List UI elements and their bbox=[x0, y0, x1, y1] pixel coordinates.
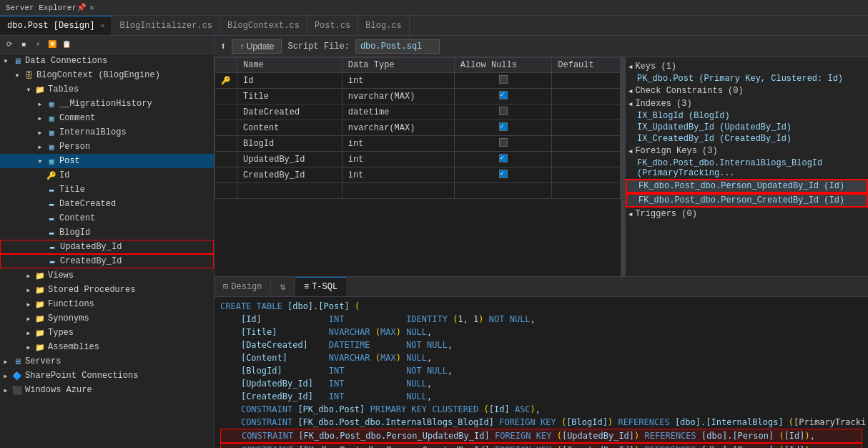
col-name-cell[interactable]: DateCreated bbox=[237, 104, 342, 120]
col-allownulls-cell[interactable] bbox=[454, 89, 552, 104]
col-default-cell[interactable] bbox=[552, 167, 621, 183]
script-file-value[interactable]: dbo.Post.sql bbox=[355, 39, 440, 54]
col-default-cell[interactable] bbox=[552, 73, 621, 89]
tree-col-id[interactable]: 🔑 Id bbox=[0, 168, 214, 182]
tree-table-comment[interactable]: ▶ ▦ Comment bbox=[0, 111, 214, 125]
tree-azure[interactable]: ▶ ⬛ Windows Azure bbox=[0, 383, 214, 397]
prop-indexes-header[interactable]: ◀ Indexes (3) bbox=[626, 97, 868, 110]
col-allownulls-cell[interactable] bbox=[454, 183, 552, 199]
tree-table-person[interactable]: ▶ ▦ Person bbox=[0, 140, 214, 154]
tree-data-connections[interactable]: ▼ 🖥 Data Connections bbox=[0, 54, 214, 68]
col-default-cell[interactable] bbox=[552, 152, 621, 167]
col-name-cell[interactable]: Title bbox=[237, 89, 342, 104]
col-allownulls-cell[interactable] bbox=[454, 73, 552, 89]
tree-col-date-created[interactable]: ▬ DateCreated bbox=[0, 197, 214, 211]
col-allownulls-cell[interactable] bbox=[454, 152, 552, 167]
props-btn[interactable]: 📋 bbox=[60, 38, 73, 51]
prop-index-2[interactable]: IX_CreatedBy_Id (CreatedBy_Id) bbox=[626, 133, 868, 145]
tree-col-title[interactable]: ▬ Title bbox=[0, 182, 214, 197]
tree-table-migration[interactable]: ▶ ▦ __MigrationHistory bbox=[0, 97, 214, 111]
prop-fk-1[interactable]: FK_dbo.Post_dbo.Person_UpdatedBy_Id (Id) bbox=[626, 179, 868, 193]
tab-post-cs[interactable]: Post.cs bbox=[307, 16, 358, 35]
allow-nulls-checkbox[interactable] bbox=[499, 154, 508, 162]
col-default-cell[interactable] bbox=[552, 120, 621, 136]
tree-functions[interactable]: ▶ 📁 Functions bbox=[0, 297, 214, 311]
table-row[interactable]: 🔑Idint bbox=[215, 73, 621, 89]
col-allownulls-cell[interactable] bbox=[454, 136, 552, 152]
prop-fk-header[interactable]: ◀ Foreign Keys (3) bbox=[626, 145, 868, 157]
allow-nulls-checkbox[interactable] bbox=[499, 170, 508, 178]
col-name-cell[interactable]: CreatedBy_Id bbox=[237, 167, 342, 183]
tab-dbo-post-design[interactable]: dbo.Post [Design] ✕ bbox=[0, 16, 112, 35]
tab-blog-initializer[interactable]: BlogInitializer.cs bbox=[112, 16, 220, 35]
prop-index-0[interactable]: IX_BlogId (BlogId) bbox=[626, 110, 868, 122]
table-row[interactable]: DateCreateddatetime bbox=[215, 104, 621, 120]
prop-index-1[interactable]: IX_UpdatedBy_Id (UpdatedBy_Id) bbox=[626, 122, 868, 133]
allow-nulls-checkbox[interactable] bbox=[499, 122, 508, 131]
prop-triggers-header[interactable]: ◀ Triggers (0) bbox=[626, 208, 868, 220]
table-row[interactable]: Contentnvarchar(MAX) bbox=[215, 120, 621, 136]
col-datatype-cell[interactable]: datetime bbox=[342, 104, 454, 120]
tree-table-post[interactable]: ▼ ▦ Post bbox=[0, 154, 214, 168]
col-name-cell[interactable]: UpdatedBy_Id bbox=[237, 152, 342, 167]
prop-check-header[interactable]: ◀ Check Constraints (0) bbox=[626, 84, 868, 97]
tree-assemblies[interactable]: ▶ 📁 Assemblies bbox=[0, 340, 214, 354]
col-name-cell[interactable]: Id bbox=[237, 73, 342, 89]
tree-views[interactable]: ▶ 📁 Views bbox=[0, 268, 214, 283]
col-datatype-cell[interactable]: int bbox=[342, 152, 454, 167]
tree-servers[interactable]: ▶ 🖥 Servers bbox=[0, 354, 214, 369]
col-name-cell[interactable]: Content bbox=[237, 120, 342, 136]
tab-blog-context[interactable]: BlogContext.cs bbox=[220, 16, 307, 35]
prop-key-pk[interactable]: PK_dbo.Post (Primary Key, Clustered: Id) bbox=[626, 73, 868, 84]
tree-blog-context[interactable]: ▼ 🗄 BlogContext (BlogEngine) bbox=[0, 68, 214, 82]
tree-col-created-by-id[interactable]: ▬ CreatedBy_Id bbox=[0, 254, 214, 268]
stop-btn[interactable]: ■ bbox=[17, 38, 30, 51]
col-default-cell[interactable] bbox=[552, 89, 621, 104]
col-datatype-cell[interactable]: nvarchar(MAX) bbox=[342, 120, 454, 136]
col-name-cell[interactable]: BlogId bbox=[237, 136, 342, 152]
table-row[interactable] bbox=[215, 183, 621, 199]
allow-nulls-checkbox[interactable] bbox=[499, 75, 508, 84]
tab-design[interactable]: ⊡ Design bbox=[214, 277, 270, 296]
close-icon[interactable]: ✕ bbox=[89, 3, 94, 12]
col-default-cell[interactable] bbox=[552, 183, 621, 199]
col-datatype-cell[interactable]: int bbox=[342, 136, 454, 152]
tree-stored-procedures[interactable]: ▶ 📁 Stored Procedures bbox=[0, 283, 214, 297]
col-datatype-cell[interactable] bbox=[342, 183, 454, 199]
table-row[interactable]: UpdatedBy_Idint bbox=[215, 152, 621, 167]
tree-synonyms[interactable]: ▶ 📁 Synonyms bbox=[0, 311, 214, 326]
col-allownulls-cell[interactable] bbox=[454, 167, 552, 183]
col-datatype-cell[interactable]: int bbox=[342, 73, 454, 89]
tree-tables[interactable]: ▼ 📁 Tables bbox=[0, 82, 214, 97]
table-row[interactable]: CreatedBy_Idint bbox=[215, 167, 621, 183]
col-datatype-cell[interactable]: nvarchar(MAX) bbox=[342, 89, 454, 104]
tree-types[interactable]: ▶ 📁 Types bbox=[0, 326, 214, 340]
tab-tsql[interactable]: ≡ T-SQL bbox=[295, 277, 346, 296]
tree-col-updated-by-id[interactable]: ▬ UpdatedBy_Id bbox=[0, 240, 214, 254]
refresh-btn[interactable]: ⟳ bbox=[3, 38, 16, 51]
connect-btn[interactable]: ⚡ bbox=[31, 38, 44, 51]
tab-close-icon[interactable]: ✕ bbox=[100, 21, 104, 30]
prop-fk-2[interactable]: FK_dbo.Post_dbo.Person_CreatedBy_Id (Id) bbox=[626, 193, 868, 208]
filter-btn[interactable]: 🔽 bbox=[46, 38, 59, 51]
table-row[interactable]: Titlenvarchar(MAX) bbox=[215, 89, 621, 104]
allow-nulls-checkbox[interactable] bbox=[499, 91, 508, 99]
col-default-cell[interactable] bbox=[552, 104, 621, 120]
pin-icon[interactable]: 📌 bbox=[77, 3, 87, 12]
col-name-cell[interactable] bbox=[237, 183, 342, 199]
tab-sort-icon-area[interactable]: ⇅ bbox=[271, 277, 294, 296]
prop-fk-0[interactable]: FK_dbo.Post_dbo.InternalBlogs_BlogId (Pr… bbox=[626, 157, 868, 179]
update-button[interactable]: ↑ Update bbox=[232, 39, 282, 54]
allow-nulls-checkbox[interactable] bbox=[499, 138, 508, 147]
col-default-cell[interactable] bbox=[552, 136, 621, 152]
prop-keys-header[interactable]: ◀ Keys (1) bbox=[626, 60, 868, 73]
allow-nulls-checkbox[interactable] bbox=[499, 107, 508, 115]
col-allownulls-cell[interactable] bbox=[454, 120, 552, 136]
tree-col-blog-id[interactable]: ▬ BlogId bbox=[0, 225, 214, 240]
table-row[interactable]: BlogIdint bbox=[215, 136, 621, 152]
tab-blog-cs[interactable]: Blog.cs bbox=[358, 16, 409, 35]
tree-col-content[interactable]: ▬ Content bbox=[0, 211, 214, 225]
tree-sharepoint[interactable]: ▶ 🔷 SharePoint Connections bbox=[0, 369, 214, 383]
tree-table-internal-blogs[interactable]: ▶ ▦ InternalBlogs bbox=[0, 125, 214, 140]
col-allownulls-cell[interactable] bbox=[454, 104, 552, 120]
